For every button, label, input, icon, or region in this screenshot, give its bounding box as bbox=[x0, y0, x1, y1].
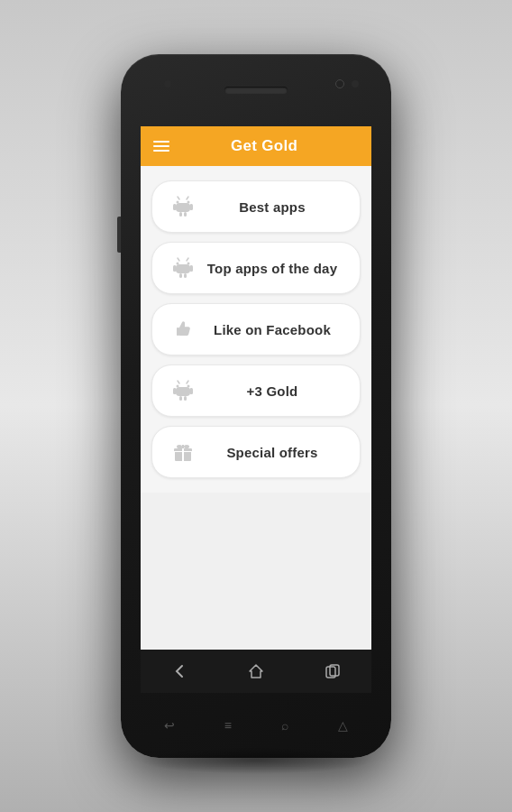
speaker bbox=[224, 87, 288, 94]
header-title: Get Gold bbox=[169, 137, 359, 155]
side-button[interactable] bbox=[117, 217, 121, 253]
svg-rect-4 bbox=[190, 204, 194, 210]
svg-rect-24 bbox=[179, 396, 182, 401]
svg-point-10 bbox=[187, 263, 190, 265]
svg-rect-18 bbox=[177, 328, 179, 336]
svg-rect-34 bbox=[182, 445, 184, 448]
svg-rect-22 bbox=[173, 388, 177, 394]
nav-back-button[interactable] bbox=[165, 657, 194, 686]
thumbsup-icon bbox=[167, 313, 199, 346]
svg-rect-6 bbox=[184, 212, 187, 217]
dot-left bbox=[164, 80, 171, 88]
svg-line-7 bbox=[178, 197, 179, 199]
plus3gold-icon bbox=[167, 374, 199, 407]
phone-device: Get Gold bbox=[121, 54, 391, 758]
capacitive-bar: ↩ ≡ ⌕ △ bbox=[121, 709, 391, 742]
svg-point-19 bbox=[177, 385, 179, 388]
svg-rect-21 bbox=[176, 387, 190, 396]
svg-rect-5 bbox=[179, 212, 182, 217]
plus3gold-item[interactable]: +3 Gold bbox=[151, 364, 361, 417]
svg-point-9 bbox=[177, 263, 179, 265]
svg-rect-3 bbox=[173, 204, 177, 210]
special-offers-label: Special offers bbox=[199, 445, 345, 460]
svg-rect-30 bbox=[182, 448, 184, 461]
best-apps-icon bbox=[167, 190, 199, 223]
soft-nav-bar bbox=[141, 650, 371, 693]
best-apps-item[interactable]: Best apps bbox=[151, 180, 361, 233]
svg-rect-15 bbox=[184, 273, 187, 278]
special-offers-item[interactable]: Special offers bbox=[151, 426, 361, 478]
svg-point-33 bbox=[184, 445, 189, 448]
cap-home-btn[interactable]: △ bbox=[338, 718, 348, 733]
phone-shadow bbox=[139, 747, 373, 774]
svg-rect-31 bbox=[174, 451, 192, 452]
like-facebook-item[interactable]: Like on Facebook bbox=[151, 303, 361, 355]
menu-button[interactable] bbox=[153, 141, 169, 152]
camera bbox=[335, 79, 344, 88]
svg-marker-35 bbox=[250, 665, 262, 678]
svg-line-16 bbox=[178, 258, 179, 261]
app-content: Best apps Top bbox=[141, 166, 371, 493]
svg-point-20 bbox=[187, 385, 190, 388]
top-apps-item[interactable]: Top apps of the day bbox=[151, 242, 361, 294]
top-apps-label: Top apps of the day bbox=[199, 261, 345, 276]
svg-rect-23 bbox=[190, 388, 194, 394]
svg-rect-2 bbox=[176, 203, 190, 212]
top-apps-icon bbox=[167, 252, 199, 284]
screen: Get Gold bbox=[141, 126, 371, 650]
cap-menu-btn[interactable]: ≡ bbox=[224, 718, 232, 733]
svg-rect-13 bbox=[190, 265, 194, 272]
svg-rect-25 bbox=[184, 396, 187, 401]
svg-rect-14 bbox=[179, 273, 182, 278]
svg-line-27 bbox=[187, 381, 188, 383]
svg-point-1 bbox=[187, 201, 190, 204]
svg-point-32 bbox=[177, 445, 182, 448]
best-apps-label: Best apps bbox=[199, 199, 345, 215]
svg-line-26 bbox=[178, 381, 179, 383]
nav-home-button[interactable] bbox=[242, 657, 270, 686]
svg-line-8 bbox=[187, 197, 188, 199]
svg-point-0 bbox=[177, 201, 179, 204]
cap-back-btn[interactable]: ↩ bbox=[164, 718, 175, 733]
svg-line-17 bbox=[187, 258, 188, 261]
app-header: Get Gold bbox=[141, 126, 371, 166]
like-facebook-label: Like on Facebook bbox=[199, 322, 345, 337]
gift-icon bbox=[167, 436, 199, 468]
cap-search-btn[interactable]: ⌕ bbox=[281, 718, 288, 733]
top-bezel bbox=[121, 54, 391, 126]
dot-right bbox=[352, 80, 359, 88]
plus3gold-label: +3 Gold bbox=[199, 383, 345, 399]
svg-rect-12 bbox=[173, 265, 177, 272]
nav-recent-button[interactable] bbox=[318, 657, 347, 686]
svg-rect-11 bbox=[176, 264, 190, 273]
